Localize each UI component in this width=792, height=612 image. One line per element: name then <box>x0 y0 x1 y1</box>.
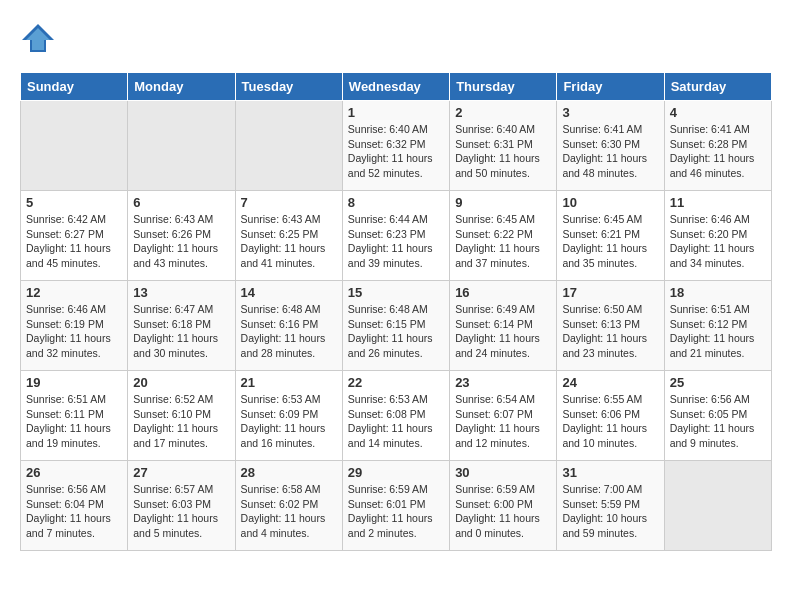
day-number: 27 <box>133 465 229 480</box>
day-info: Sunrise: 6:49 AM Sunset: 6:14 PM Dayligh… <box>455 302 551 361</box>
day-info: Sunrise: 6:51 AM Sunset: 6:12 PM Dayligh… <box>670 302 766 361</box>
calendar-cell: 16Sunrise: 6:49 AM Sunset: 6:14 PM Dayli… <box>450 281 557 371</box>
calendar-cell: 15Sunrise: 6:48 AM Sunset: 6:15 PM Dayli… <box>342 281 449 371</box>
svg-marker-1 <box>26 28 50 50</box>
calendar-cell: 3Sunrise: 6:41 AM Sunset: 6:30 PM Daylig… <box>557 101 664 191</box>
day-number: 17 <box>562 285 658 300</box>
page-header <box>20 20 772 56</box>
day-info: Sunrise: 6:57 AM Sunset: 6:03 PM Dayligh… <box>133 482 229 541</box>
calendar-cell: 10Sunrise: 6:45 AM Sunset: 6:21 PM Dayli… <box>557 191 664 281</box>
day-number: 26 <box>26 465 122 480</box>
day-info: Sunrise: 6:46 AM Sunset: 6:20 PM Dayligh… <box>670 212 766 271</box>
calendar-cell: 30Sunrise: 6:59 AM Sunset: 6:00 PM Dayli… <box>450 461 557 551</box>
day-header-thursday: Thursday <box>450 73 557 101</box>
day-number: 23 <box>455 375 551 390</box>
calendar-table: SundayMondayTuesdayWednesdayThursdayFrid… <box>20 72 772 551</box>
day-info: Sunrise: 6:50 AM Sunset: 6:13 PM Dayligh… <box>562 302 658 361</box>
day-info: Sunrise: 6:55 AM Sunset: 6:06 PM Dayligh… <box>562 392 658 451</box>
calendar-cell: 5Sunrise: 6:42 AM Sunset: 6:27 PM Daylig… <box>21 191 128 281</box>
day-number: 22 <box>348 375 444 390</box>
day-info: Sunrise: 7:00 AM Sunset: 5:59 PM Dayligh… <box>562 482 658 541</box>
day-info: Sunrise: 6:40 AM Sunset: 6:32 PM Dayligh… <box>348 122 444 181</box>
day-number: 30 <box>455 465 551 480</box>
calendar-cell: 12Sunrise: 6:46 AM Sunset: 6:19 PM Dayli… <box>21 281 128 371</box>
calendar-cell: 28Sunrise: 6:58 AM Sunset: 6:02 PM Dayli… <box>235 461 342 551</box>
calendar-cell: 9Sunrise: 6:45 AM Sunset: 6:22 PM Daylig… <box>450 191 557 281</box>
day-info: Sunrise: 6:59 AM Sunset: 6:01 PM Dayligh… <box>348 482 444 541</box>
day-number: 11 <box>670 195 766 210</box>
day-number: 4 <box>670 105 766 120</box>
day-number: 2 <box>455 105 551 120</box>
calendar-cell: 22Sunrise: 6:53 AM Sunset: 6:08 PM Dayli… <box>342 371 449 461</box>
logo-icon <box>20 20 56 56</box>
calendar-cell: 19Sunrise: 6:51 AM Sunset: 6:11 PM Dayli… <box>21 371 128 461</box>
calendar-week-5: 26Sunrise: 6:56 AM Sunset: 6:04 PM Dayli… <box>21 461 772 551</box>
calendar-cell: 6Sunrise: 6:43 AM Sunset: 6:26 PM Daylig… <box>128 191 235 281</box>
day-number: 5 <box>26 195 122 210</box>
day-number: 6 <box>133 195 229 210</box>
calendar-cell: 7Sunrise: 6:43 AM Sunset: 6:25 PM Daylig… <box>235 191 342 281</box>
day-number: 20 <box>133 375 229 390</box>
day-info: Sunrise: 6:45 AM Sunset: 6:22 PM Dayligh… <box>455 212 551 271</box>
day-header-sunday: Sunday <box>21 73 128 101</box>
calendar-week-3: 12Sunrise: 6:46 AM Sunset: 6:19 PM Dayli… <box>21 281 772 371</box>
day-number: 13 <box>133 285 229 300</box>
day-header-saturday: Saturday <box>664 73 771 101</box>
calendar-cell: 23Sunrise: 6:54 AM Sunset: 6:07 PM Dayli… <box>450 371 557 461</box>
day-number: 31 <box>562 465 658 480</box>
day-info: Sunrise: 6:59 AM Sunset: 6:00 PM Dayligh… <box>455 482 551 541</box>
calendar-cell: 29Sunrise: 6:59 AM Sunset: 6:01 PM Dayli… <box>342 461 449 551</box>
day-header-friday: Friday <box>557 73 664 101</box>
day-info: Sunrise: 6:52 AM Sunset: 6:10 PM Dayligh… <box>133 392 229 451</box>
calendar-week-2: 5Sunrise: 6:42 AM Sunset: 6:27 PM Daylig… <box>21 191 772 281</box>
calendar-cell <box>235 101 342 191</box>
calendar-cell: 11Sunrise: 6:46 AM Sunset: 6:20 PM Dayli… <box>664 191 771 281</box>
day-number: 12 <box>26 285 122 300</box>
calendar-cell: 20Sunrise: 6:52 AM Sunset: 6:10 PM Dayli… <box>128 371 235 461</box>
day-number: 25 <box>670 375 766 390</box>
day-info: Sunrise: 6:51 AM Sunset: 6:11 PM Dayligh… <box>26 392 122 451</box>
day-info: Sunrise: 6:54 AM Sunset: 6:07 PM Dayligh… <box>455 392 551 451</box>
calendar-cell: 8Sunrise: 6:44 AM Sunset: 6:23 PM Daylig… <box>342 191 449 281</box>
calendar-cell: 24Sunrise: 6:55 AM Sunset: 6:06 PM Dayli… <box>557 371 664 461</box>
calendar-week-4: 19Sunrise: 6:51 AM Sunset: 6:11 PM Dayli… <box>21 371 772 461</box>
day-header-tuesday: Tuesday <box>235 73 342 101</box>
day-info: Sunrise: 6:53 AM Sunset: 6:08 PM Dayligh… <box>348 392 444 451</box>
day-info: Sunrise: 6:43 AM Sunset: 6:26 PM Dayligh… <box>133 212 229 271</box>
day-number: 18 <box>670 285 766 300</box>
day-number: 15 <box>348 285 444 300</box>
calendar-cell: 18Sunrise: 6:51 AM Sunset: 6:12 PM Dayli… <box>664 281 771 371</box>
day-number: 10 <box>562 195 658 210</box>
day-header-row: SundayMondayTuesdayWednesdayThursdayFrid… <box>21 73 772 101</box>
calendar-cell: 1Sunrise: 6:40 AM Sunset: 6:32 PM Daylig… <box>342 101 449 191</box>
calendar-cell: 31Sunrise: 7:00 AM Sunset: 5:59 PM Dayli… <box>557 461 664 551</box>
day-info: Sunrise: 6:41 AM Sunset: 6:28 PM Dayligh… <box>670 122 766 181</box>
day-header-wednesday: Wednesday <box>342 73 449 101</box>
day-info: Sunrise: 6:48 AM Sunset: 6:15 PM Dayligh… <box>348 302 444 361</box>
calendar-cell: 27Sunrise: 6:57 AM Sunset: 6:03 PM Dayli… <box>128 461 235 551</box>
day-info: Sunrise: 6:47 AM Sunset: 6:18 PM Dayligh… <box>133 302 229 361</box>
day-info: Sunrise: 6:43 AM Sunset: 6:25 PM Dayligh… <box>241 212 337 271</box>
calendar-week-1: 1Sunrise: 6:40 AM Sunset: 6:32 PM Daylig… <box>21 101 772 191</box>
day-number: 19 <box>26 375 122 390</box>
logo <box>20 20 62 56</box>
day-number: 8 <box>348 195 444 210</box>
day-number: 14 <box>241 285 337 300</box>
day-info: Sunrise: 6:56 AM Sunset: 6:04 PM Dayligh… <box>26 482 122 541</box>
calendar-cell: 26Sunrise: 6:56 AM Sunset: 6:04 PM Dayli… <box>21 461 128 551</box>
day-number: 28 <box>241 465 337 480</box>
calendar-cell: 4Sunrise: 6:41 AM Sunset: 6:28 PM Daylig… <box>664 101 771 191</box>
day-number: 1 <box>348 105 444 120</box>
calendar-cell: 13Sunrise: 6:47 AM Sunset: 6:18 PM Dayli… <box>128 281 235 371</box>
day-info: Sunrise: 6:48 AM Sunset: 6:16 PM Dayligh… <box>241 302 337 361</box>
day-info: Sunrise: 6:56 AM Sunset: 6:05 PM Dayligh… <box>670 392 766 451</box>
day-header-monday: Monday <box>128 73 235 101</box>
day-info: Sunrise: 6:44 AM Sunset: 6:23 PM Dayligh… <box>348 212 444 271</box>
day-number: 21 <box>241 375 337 390</box>
calendar-cell: 2Sunrise: 6:40 AM Sunset: 6:31 PM Daylig… <box>450 101 557 191</box>
calendar-cell: 14Sunrise: 6:48 AM Sunset: 6:16 PM Dayli… <box>235 281 342 371</box>
day-info: Sunrise: 6:45 AM Sunset: 6:21 PM Dayligh… <box>562 212 658 271</box>
day-number: 16 <box>455 285 551 300</box>
day-info: Sunrise: 6:46 AM Sunset: 6:19 PM Dayligh… <box>26 302 122 361</box>
calendar-cell <box>21 101 128 191</box>
